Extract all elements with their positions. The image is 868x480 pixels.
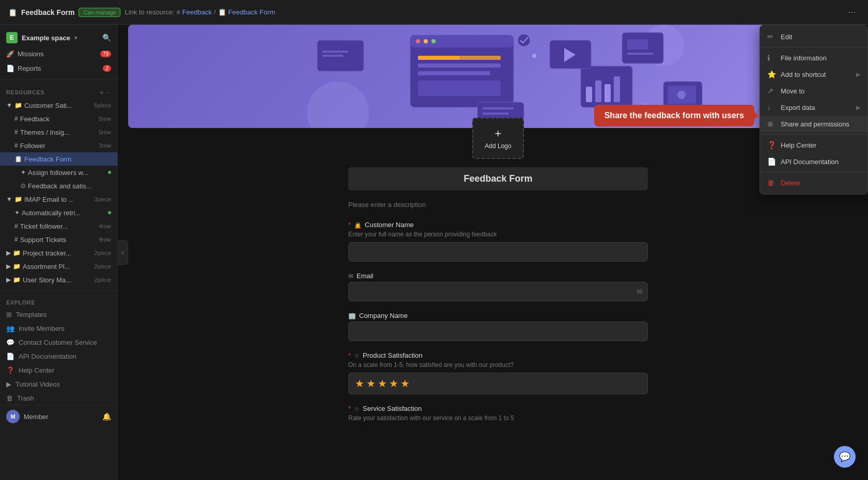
move-icon: ↗	[767, 87, 776, 95]
form-title-input[interactable]	[348, 167, 648, 190]
menu-item-api-docs[interactable]: 📄 API Documentation	[760, 153, 867, 170]
customer-name-input[interactable]	[348, 242, 648, 262]
expand-icon: ▶	[6, 249, 11, 257]
tree-item-assortment[interactable]: ▶ 📁 Assortment Pl... 2piece	[0, 260, 117, 273]
add-logo-button[interactable]: + Add Logo	[472, 118, 524, 159]
company-name-input[interactable]	[348, 322, 648, 341]
svg-rect-19	[586, 87, 592, 102]
menu-item-export[interactable]: ↓ Export data ▶	[760, 99, 867, 116]
svg-point-5	[424, 39, 428, 43]
resources-section-header: Resources + ···	[0, 84, 117, 99]
tree-item-feedback-satis[interactable]: ⊙ Feedback and satis...	[0, 179, 117, 193]
svg-rect-13	[322, 51, 348, 53]
breadcrumb-form-link[interactable]: Feedback Form	[228, 8, 275, 16]
sidebar-item-invite-members[interactable]: 👥 Invite Members	[0, 322, 117, 335]
collapse-sidebar-button[interactable]: ≡	[118, 240, 128, 265]
share-icon: ⊕	[767, 120, 776, 128]
sidebar-item-help-center[interactable]: ❓ Help Center	[0, 363, 117, 377]
product-satisfaction-stars[interactable]: ★ ★ ★ ★ ★	[348, 373, 648, 394]
svg-point-33	[518, 34, 530, 46]
breadcrumb: Link to resource: # Feedback / 📋 Feedbac…	[125, 8, 275, 16]
star-5[interactable]: ★	[400, 377, 410, 390]
notification-button[interactable]: 🔔	[102, 412, 111, 421]
expand-icon: ▼	[6, 196, 12, 203]
grid-icon: #	[14, 129, 18, 136]
sidebar-item-reports[interactable]: 📄 Reports 2	[0, 61, 117, 75]
space-header[interactable]: E Example space ▾ 🔍	[0, 29, 117, 46]
star-1[interactable]: ★	[355, 377, 364, 390]
sidebar-item-contact-customer-service[interactable]: 💬 Contact Customer Service	[0, 335, 117, 349]
search-button[interactable]: 🔍	[102, 34, 111, 42]
tutorial-icon: ▶	[6, 380, 11, 388]
tree-item-user-story[interactable]: ▶ 📁 User Story Ma... 2piece	[0, 273, 117, 286]
main-layout: E Example space ▾ 🔍 🚀 Missions 79 📄 Repo…	[0, 25, 868, 480]
breadcrumb-icon: 📋	[218, 8, 226, 16]
field-service-satisfaction: * ☆ Service Satisfaction Rate your satis…	[348, 405, 648, 422]
arrow-icon2: ▶	[856, 104, 860, 111]
tree-item-feedback-form[interactable]: 📋 Feedback Form	[0, 152, 117, 166]
tree-item-feedback[interactable]: # Feedback 5row	[0, 112, 117, 125]
svg-rect-9	[418, 63, 501, 68]
tree-item-support-tickets[interactable]: # Support Tickets 9row	[0, 233, 117, 246]
can-manage-badge[interactable]: Can manage	[79, 8, 120, 17]
menu-item-edit[interactable]: ✏ Edit	[760, 28, 867, 45]
svg-point-4	[416, 39, 420, 43]
star-3[interactable]: ★	[378, 377, 387, 390]
svg-rect-14	[322, 55, 343, 57]
menu-item-add-shortcut[interactable]: ⭐ Add to shortcut ▶	[760, 66, 867, 83]
tree-item-customer-sati[interactable]: ▼ 📁 Customer Sati... 6piece	[0, 99, 117, 112]
grid-icon: #	[14, 115, 18, 122]
email-input[interactable]	[348, 282, 648, 301]
tree-item-ticket-follower[interactable]: # Ticket follower... 4row	[0, 219, 117, 233]
main-content: + Add Logo * 🙍 Customer Name Enter your …	[118, 25, 868, 480]
sidebar-item-templates[interactable]: ⊞ Templates	[0, 308, 117, 322]
tree-item-themes[interactable]: # Themes / Insig... 5row	[0, 125, 117, 139]
svg-point-6	[431, 39, 436, 43]
menu-item-help-center[interactable]: ❓ Help Center	[760, 137, 867, 153]
resources-more-button[interactable]: ···	[106, 89, 111, 96]
sidebar-item-trash[interactable]: 🗑 Trash	[0, 391, 117, 405]
form-container: + Add Logo * 🙍 Customer Name Enter your …	[338, 128, 658, 442]
more-options-button[interactable]: ···	[844, 5, 860, 20]
sidebar-item-missions[interactable]: 🚀 Missions 79	[0, 46, 117, 61]
menu-item-share-permissions[interactable]: ⊕ Share and permissions	[760, 116, 867, 132]
space-avatar: E	[6, 32, 18, 43]
topbar-left: 📋 Feedback Form Can manage Link to resou…	[8, 8, 275, 17]
folder-icon: 📁	[14, 102, 22, 109]
star-4[interactable]: ★	[389, 377, 398, 390]
sidebar-item-tutorial-videos[interactable]: ▶ Tutorial Videos	[0, 377, 117, 391]
svg-point-0	[307, 82, 369, 128]
tree-item-follower[interactable]: # Follower 3row	[0, 139, 117, 152]
content-area: ≡	[118, 25, 868, 480]
chat-icon: 💬	[839, 451, 850, 462]
tree-item-imap[interactable]: ▼ 📁 IMAP Email to ... 3piece	[0, 193, 117, 206]
user-name: Member	[24, 413, 98, 421]
sidebar-item-api-docs[interactable]: 📄 API Documentation	[0, 349, 117, 363]
svg-rect-22	[614, 76, 620, 102]
share-tooltip: Share the feedback form with users	[594, 105, 754, 126]
user-bar[interactable]: M Member 🔔	[0, 405, 117, 427]
breadcrumb-feedback-link[interactable]: Feedback	[182, 8, 212, 16]
field-company-name: 🏢 Company Name	[348, 312, 648, 341]
chat-bubble[interactable]: 💬	[834, 446, 856, 468]
tree-item-project-tracker[interactable]: ▶ 📁 Project tracker... 2piece	[0, 246, 117, 260]
field-customer-name: * 🙍 Customer Name Enter your full name a…	[348, 221, 648, 262]
tree-item-assign-followers[interactable]: ✦ Assign followers w...	[0, 166, 117, 179]
field-label-customer-name: * 🙍 Customer Name	[348, 221, 648, 229]
expand-icon: ▶	[6, 263, 11, 270]
menu-item-file-info[interactable]: ℹ File information	[760, 50, 867, 66]
form-description-input[interactable]	[348, 197, 648, 213]
resources-add-button[interactable]: +	[100, 88, 104, 97]
active-dot	[108, 171, 111, 174]
menu-item-delete[interactable]: 🗑 Delete	[760, 174, 867, 191]
missions-badge: 79	[100, 51, 111, 57]
folder-icon: 📁	[13, 249, 21, 257]
trash-icon: 🗑	[6, 394, 13, 402]
api-docs-icon: 📄	[767, 157, 776, 166]
tree-item-auto-retri[interactable]: ✦ Automatically retri...	[0, 206, 117, 219]
star-2[interactable]: ★	[366, 377, 376, 390]
query-icon: ⊙	[21, 182, 26, 189]
menu-item-move-to[interactable]: ↗ Move to	[760, 83, 867, 99]
contact-icon: 💬	[6, 339, 14, 346]
svg-rect-27	[483, 113, 508, 115]
